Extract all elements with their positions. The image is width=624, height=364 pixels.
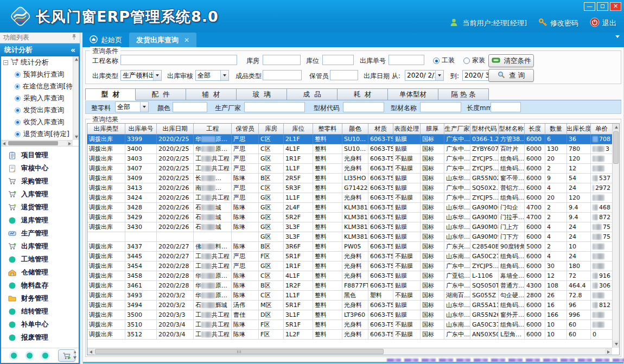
material-tab-耗材[interactable]: 耗 材 — [338, 88, 388, 100]
column-header-keeper[interactable]: 保管员 — [232, 124, 259, 135]
table-row[interactable]: 调拨出库34032020/2/25工共工程严思G区1R1F整料光身料6063-T… — [87, 154, 619, 164]
quick-module-icon[interactable] — [42, 353, 48, 359]
sidebar-item-生产管理[interactable]: 生产管理 — [1, 227, 79, 240]
quick-module-icon[interactable] — [27, 353, 33, 359]
column-header-code[interactable]: 型材代码 — [470, 124, 499, 135]
tree-horizontal-scrollbar[interactable] — [1, 140, 73, 146]
sidebar-item-退货管理[interactable]: 退货管理 — [1, 201, 79, 214]
grid-horizontal-scrollbar[interactable] — [87, 348, 612, 355]
sidebar-item-仓储管理[interactable]: 仓储管理 — [1, 266, 79, 279]
column-header-color[interactable]: 颜色 — [342, 124, 368, 135]
table-row[interactable]: 调拨出库33992020/2/25华原…严思C区2L1F整料SU10…6063-… — [87, 135, 619, 144]
scroll-up-icon[interactable] — [73, 56, 79, 62]
tree-item-收货入库查询[interactable]: 收货入库查询 — [1, 116, 73, 128]
scroll-thumb[interactable] — [8, 141, 58, 145]
keeper-input[interactable] — [330, 70, 358, 80]
sidebar-item-入库管理[interactable]: 入库管理 — [1, 188, 79, 201]
scroll-right-icon[interactable] — [67, 141, 73, 146]
whole-part-select[interactable]: 全部 — [115, 101, 149, 112]
length-input[interactable] — [491, 102, 521, 112]
column-header-whole[interactable]: 整零料 — [313, 124, 342, 135]
table-row[interactable]: 调拨出库34132020/2/26南…严思C区5R3F整料G714226063-… — [87, 183, 619, 193]
audit-select[interactable]: 全部 — [195, 70, 229, 81]
table-row[interactable]: 调拨出库34582020/2/28华原…陈琳C区4L1F整料光身料6063-T5… — [87, 271, 619, 281]
material-tab-玻璃[interactable]: 玻 璃 — [237, 88, 287, 100]
manufacturer-input[interactable] — [244, 102, 305, 112]
column-header-price[interactable]: 单价 — [591, 124, 613, 135]
column-header-outlen[interactable]: 出库长度 — [567, 124, 591, 135]
column-header-name[interactable]: 型材名称 — [499, 124, 525, 135]
scroll-right-icon[interactable] — [605, 348, 612, 355]
table-row[interactable]: 调拨出库34282020/2/26石城陈琳G区2L4F整料KLM38176063… — [87, 203, 619, 213]
sidebar-section-header[interactable]: 统计分析 « — [0, 43, 80, 56]
tree-item-退货查询[待定][interactable]: 退货查询[待定] — [1, 128, 73, 140]
tab-home[interactable]: 起始页 — [82, 33, 129, 47]
minimize-button[interactable]: — — [584, 2, 595, 11]
date-from-select[interactable]: 2020/ 2/16 — [405, 70, 444, 81]
search-button[interactable]: 查 询 — [488, 69, 534, 82]
column-header-surface[interactable]: 表面处理 — [393, 124, 421, 135]
scroll-down-icon[interactable] — [613, 341, 620, 348]
table-row[interactable]: 调拨出库35122020/3/4工共工程陈琳F区1L2F整料光身料6063-T5… — [87, 330, 619, 340]
tab-shipment-outbound-query[interactable]: 发货出库查询 ✕ — [129, 33, 196, 47]
table-row[interactable]: 调拨出库34302020/2/26石城陈琳G区3L3F整料KLM38176063… — [87, 222, 619, 232]
table-row[interactable]: 调拨出库34932020/3/2华原…陈琳C区1L1F整料黑色塑料不贴膜国标湖南… — [87, 291, 619, 301]
scroll-up-icon[interactable] — [613, 124, 620, 131]
column-header-film[interactable]: 膜厚 — [421, 124, 444, 135]
table-row[interactable]: 调拨出库34612020/2/28华原…陈琳B区1R2F整料F8877FT606… — [87, 281, 619, 291]
column-header-mfr[interactable]: 生产厂家 — [444, 124, 470, 135]
sidebar-item-工地管理[interactable]: 工地管理 — [1, 253, 79, 266]
column-header-no[interactable]: 出库单号 — [125, 124, 157, 135]
material-tab-隔热条[interactable]: 隔 热 条 — [438, 88, 489, 100]
profile-name-input[interactable] — [420, 102, 461, 112]
table-row[interactable]: 调拨出库34372020/2/27佛料…陈琳B区3R6F整料PW056063-T… — [87, 242, 619, 252]
product-type-input[interactable] — [263, 70, 302, 80]
tree-item-发货出库查询[interactable]: 发货出库查询 — [1, 104, 73, 116]
profile-code-input[interactable] — [343, 102, 384, 112]
column-header-mat[interactable]: 材质 — [368, 124, 393, 135]
tree-item-采购入库查询[interactable]: 采购入库查询 — [1, 92, 73, 104]
sidebar-item-补单中心[interactable]: 补单中心 — [1, 318, 79, 331]
maximize-button[interactable] — [597, 2, 608, 11]
sidebar-item-项目管理[interactable]: 项目管理 — [1, 149, 79, 162]
location-input[interactable] — [322, 55, 354, 65]
scroll-thumb[interactable] — [613, 131, 619, 164]
table-row[interactable]: 调拨出库35102020/3/4工共工程陈琳F区5R1F整料光身料6063-T5… — [87, 320, 619, 330]
sidebar-item-结转管理[interactable]: 结转管理 — [1, 305, 79, 318]
tree-item-在途信息查询[待[interactable]: 在途信息查询[待 — [1, 80, 73, 92]
table-row[interactable]: 调拨出库34002020/2/25华原…严思C区4L1F整料SU10…6063-… — [87, 144, 619, 154]
logout-button[interactable]: 退出 — [590, 17, 616, 29]
table-row[interactable]: 调拨出库34942020/3/2石辉城汤伟M区5R1F整料光身料6063-T5贴… — [87, 301, 619, 310]
material-tab-成品[interactable]: 成 品 — [287, 88, 338, 100]
scroll-thumb[interactable] — [95, 349, 384, 354]
material-tab-辅材[interactable]: 辅 材 — [186, 88, 237, 100]
sidebar-item-采购管理[interactable]: 采购管理 — [1, 175, 79, 188]
table-row[interactable]: 调拨出库34242020/2/26工共工程严思G区1L1F整料光身料6063-T… — [87, 193, 619, 203]
table-row[interactable]: 调拨出库35002020/3/3工共工程曹佳D区3L1F整料LT3P606063… — [87, 310, 619, 320]
column-header-date[interactable]: 出库日期 — [157, 124, 194, 135]
close-button[interactable]: ✕ — [610, 2, 621, 11]
warehouse-input[interactable] — [263, 55, 301, 65]
tree-expander-icon[interactable]: − — [3, 60, 8, 65]
sidebar-item-物料盘存[interactable]: 物料盘存 — [1, 279, 79, 292]
scroll-down-icon[interactable] — [73, 134, 79, 140]
table-row[interactable]: 调拨出库34072020/2/25工共工程严思G区1L1F整料光身料6063-T… — [87, 164, 619, 174]
sidebar-item-审核中心[interactable]: 审核中心 — [1, 162, 79, 175]
material-tab-配件[interactable]: 配 件 — [136, 88, 186, 100]
quick-module-icon[interactable] — [11, 353, 17, 359]
collapse-icon[interactable]: « — [71, 46, 75, 54]
pin-icon[interactable] — [72, 34, 77, 42]
column-header-len[interactable]: 长度 — [525, 124, 545, 135]
sidebar-item-出库管理[interactable]: 出库管理 — [1, 240, 79, 253]
table-row[interactable]: 调拨出库34292020/2/26石城陈琳G区5R2F整料KLM38176063… — [87, 213, 619, 222]
radio-home-clothing[interactable]: 家装 — [463, 56, 485, 65]
sidebar-item-退库管理[interactable]: 退库管理 — [1, 214, 79, 227]
column-header-type[interactable]: 出库类型 — [87, 124, 125, 135]
tree-vertical-scrollbar[interactable] — [73, 56, 79, 140]
column-header-proj[interactable]: 工程 — [194, 124, 232, 135]
project-name-input[interactable] — [120, 55, 237, 65]
sidebar-item-财务管理[interactable]: 财务管理 — [1, 292, 79, 305]
tree-root-statistics[interactable]: − 统计分析 — [1, 56, 73, 68]
column-header-loc[interactable]: 库位 — [284, 124, 313, 135]
clear-conditions-button[interactable]: 清空条件 — [488, 54, 534, 67]
